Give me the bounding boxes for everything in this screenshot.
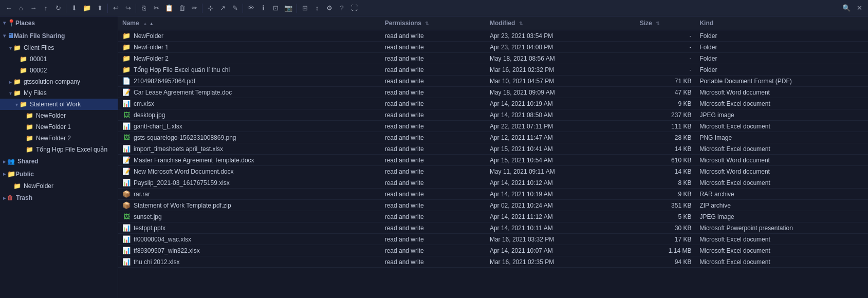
sidebar-item-pub-newfolder[interactable]: ▾ 📁 NewFolder [0, 180, 118, 192]
file-name-cell: 📊testppt.pptx [118, 222, 381, 234]
file-modified-cell: May 18, 2021 08:56 AM [486, 53, 636, 64]
edit-button[interactable]: ✎ [229, 3, 241, 14]
settings-button[interactable]: ⚙ [324, 3, 335, 14]
select-button[interactable]: ⊹ [205, 3, 216, 14]
paste-button[interactable]: 📋 [163, 3, 175, 14]
col-header-name[interactable]: Name ▲ [118, 16, 381, 30]
preview-button[interactable]: ⊡ [270, 3, 281, 14]
col-header-size[interactable]: Size ⇅ [636, 16, 696, 30]
sidebar-item-00002[interactable]: ▾ 📁 00002 [0, 65, 118, 76]
download-button[interactable]: ⬇ [68, 3, 80, 14]
col-header-modified[interactable]: Modified ⇅ [486, 16, 636, 30]
search-icon-button[interactable]: 🔍 [840, 3, 853, 14]
table-row[interactable]: 📊tf00000004_wac.xlsx read and write Mar … [118, 234, 868, 245]
upload-button[interactable]: ⬆ [94, 3, 105, 14]
table-row[interactable]: 🖼desktop.jpg read and write Apr 14, 2021… [118, 109, 868, 121]
table-row[interactable]: 📝Car Lease Agreement Template.doc read a… [118, 87, 868, 98]
share-button[interactable]: ↗ [217, 3, 228, 14]
sidebar-item-tonghop[interactable]: ▾ 📁 Tổng Hợp File Excel quản [0, 144, 118, 155]
table-row[interactable]: 🖼gsts-squarelogo-1562331008869.png read … [118, 132, 868, 143]
sort-button[interactable]: ↕ [311, 3, 323, 14]
close-button[interactable]: ✕ [854, 3, 865, 14]
table-row[interactable]: 📊cm.xlsx read and write Apr 14, 2021 10:… [118, 98, 868, 109]
grid-button[interactable]: ⊞ [299, 3, 310, 14]
file-kind-cell: Microsoft Word document [695, 155, 868, 166]
table-row[interactable]: 📊thu chi 2012.xlsx read and write Mar 16… [118, 256, 868, 268]
up-button[interactable]: ↑ [40, 3, 51, 14]
col-header-kind[interactable]: Kind [695, 16, 868, 30]
toolbar: ← ⌂ → ↑ ↻ ⬇ 📁 ⬆ ↩ ↪ ⎘ ✂ 📋 🗑 ✏ ⊹ ↗ ✎ 👁 ℹ … [0, 0, 868, 16]
file-type-icon: 📦 [122, 190, 131, 198]
home-button[interactable]: ⌂ [15, 3, 27, 14]
sidebar-item-client-files[interactable]: ▾ 📁 Client Files [0, 42, 118, 53]
file-kind-cell: Folder [695, 53, 868, 64]
table-row[interactable]: 📊gantt-chart_L.xlsx read and write Apr 2… [118, 121, 868, 132]
sidebar-shared-label: Shared [17, 158, 39, 165]
sidebar-item-shared[interactable]: ▸ 👥 Shared [0, 155, 118, 167]
file-size-cell: 14 KB [636, 143, 696, 155]
sidebar-item-newfolder2[interactable]: ▾ 📁 NewFolder 2 [0, 133, 118, 144]
sidebar-item-newfolder[interactable]: ▾ 📁 NewFolder [0, 110, 118, 121]
chevron-sow-icon: ▾ [15, 102, 18, 107]
fullscreen-button[interactable]: ⛶ [348, 3, 360, 14]
file-modified-cell: Apr 14, 2021 10:19 AM [486, 98, 636, 109]
sidebar-item-statement-of-work[interactable]: ▾ 📁 Statement of Work [0, 99, 118, 110]
file-size-cell: 351 KB [636, 200, 696, 211]
file-type-icon: 📄 [122, 77, 131, 85]
file-modified-cell: May 18, 2021 09:09 AM [486, 87, 636, 98]
cut-button[interactable]: ✂ [151, 3, 162, 14]
table-row[interactable]: 📝New Microsoft Word Document.docx read a… [118, 166, 868, 177]
file-modified-cell: May 11, 2021 09:11 AM [486, 166, 636, 177]
table-row[interactable]: 📝Master Franchise Agreement Template.doc… [118, 155, 868, 166]
camera-button[interactable]: 📷 [282, 3, 294, 14]
copy-button[interactable]: ⎘ [138, 3, 150, 14]
table-row[interactable]: 🖼sunset.jpg read and write Apr 14, 2021 … [118, 211, 868, 222]
refresh-button[interactable]: ↻ [52, 3, 64, 14]
sidebar-my-files-label: My Files [24, 89, 47, 97]
file-modified-cell: Apr 15, 2021 10:41 AM [486, 143, 636, 155]
sidebar-places-label: Places [15, 20, 35, 27]
sidebar-item-trash[interactable]: ▸ 🗑 Trash [0, 192, 118, 204]
view-button[interactable]: 👁 [245, 3, 256, 14]
file-table-body: 📁NewFolder read and write Apr 23, 2021 0… [118, 30, 868, 268]
sidebar-item-00001[interactable]: ▾ 📁 00001 [0, 53, 118, 65]
undo-button[interactable]: ↩ [110, 3, 121, 14]
newfolder-icon: 📁 [26, 112, 33, 119]
forward-button[interactable]: → [28, 3, 39, 14]
table-row[interactable]: 📊testppt.pptx read and write Apr 14, 202… [118, 222, 868, 234]
sidebar-item-public[interactable]: ▸ 📁 Public [0, 167, 118, 180]
file-type-icon: 📊 [122, 224, 131, 232]
sidebar-item-newfolder1[interactable]: ▾ 📁 NewFolder 1 [0, 121, 118, 133]
sidebar-gtssolution-label: gtssolution-company [24, 78, 80, 85]
table-row[interactable]: 📁NewFolder 2 read and write May 18, 2021… [118, 53, 868, 64]
table-row[interactable]: 📁NewFolder 1 read and write Apr 23, 2021… [118, 42, 868, 53]
sidebar-item-places[interactable]: ▾ 📍 Places [0, 16, 118, 29]
file-type-icon: 📊 [122, 179, 131, 187]
delete-button[interactable]: 🗑 [176, 3, 188, 14]
file-permissions-cell: read and write [381, 143, 486, 155]
table-row[interactable]: 📊import_timesheets april_test.xlsx read … [118, 143, 868, 155]
table-row[interactable]: 📊tf89309507_win322.xlsx read and write A… [118, 245, 868, 256]
redo-button[interactable]: ↪ [122, 3, 134, 14]
table-row[interactable]: 📦rar.rar read and write Apr 14, 2021 10:… [118, 189, 868, 200]
sidebar-item-my-files[interactable]: ▾ 📁 My Files [0, 87, 118, 99]
new-folder-button[interactable]: 📁 [81, 3, 93, 14]
table-row[interactable]: 📦Statement of Work Template.pdf.zip read… [118, 200, 868, 211]
back-button[interactable]: ← [3, 3, 14, 14]
file-list-container: Name ▲ Permissions ⇅ Modified ⇅ Size ⇅ [118, 16, 868, 298]
sidebar-tonghop-label: Tổng Hợp File Excel quản [36, 146, 107, 153]
sidebar-item-gtssolution[interactable]: ▸ 📁 gtssolution-company [0, 76, 118, 87]
table-row[interactable]: 📊Payslip_2021-03_1617675159.xlsx read an… [118, 177, 868, 189]
table-row[interactable]: 📄210498264957064.pdf read and write Mar … [118, 76, 868, 87]
sidebar-item-main-file-sharing[interactable]: ▾ 🖥 Main File Sharing [0, 29, 118, 42]
info-button[interactable]: ℹ [257, 3, 269, 14]
file-name-cell: 📝New Microsoft Word Document.docx [118, 166, 381, 177]
table-row[interactable]: 📁NewFolder read and write Apr 23, 2021 0… [118, 30, 868, 42]
file-size-cell: 237 KB [636, 109, 696, 121]
file-permissions-cell: read and write [381, 166, 486, 177]
table-row[interactable]: 📁Tổng Hợp File Excel quản lí thu chi rea… [118, 64, 868, 76]
sort-name-icon: ▲ [143, 21, 147, 26]
col-header-permissions[interactable]: Permissions ⇅ [381, 16, 486, 30]
help-button[interactable]: ? [336, 3, 347, 14]
rename-button[interactable]: ✏ [189, 3, 200, 14]
